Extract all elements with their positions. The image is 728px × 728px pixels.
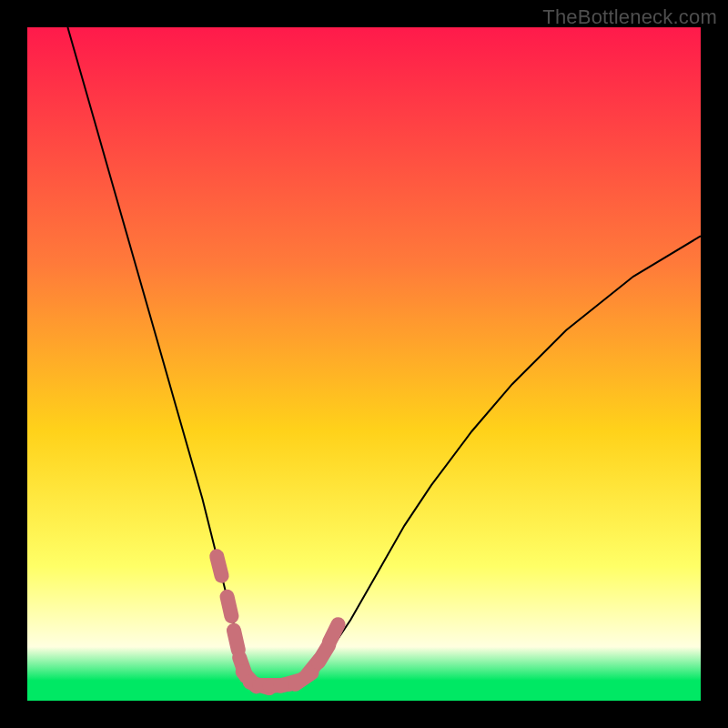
outer-frame: TheBottleneck.com — [0, 0, 728, 728]
plot-area — [27, 27, 701, 701]
highlight-marker — [234, 631, 238, 650]
highlight-marker — [217, 556, 221, 575]
gradient-background — [27, 27, 701, 701]
bottleneck-chart — [27, 27, 701, 701]
highlight-marker — [228, 597, 232, 616]
highlight-marker — [329, 624, 339, 642]
watermark-text: TheBottleneck.com — [542, 5, 717, 29]
